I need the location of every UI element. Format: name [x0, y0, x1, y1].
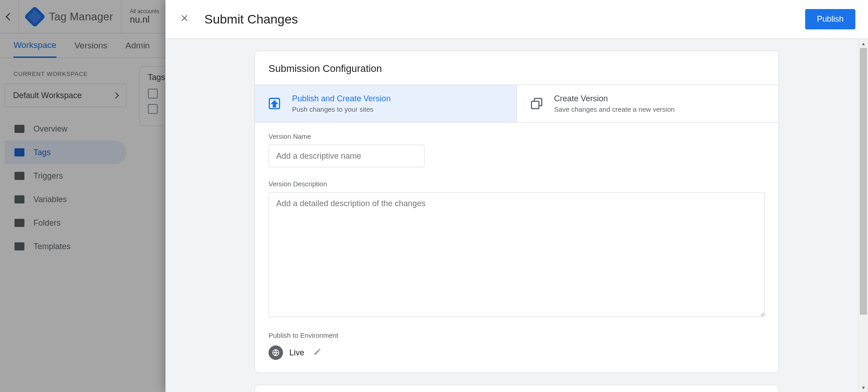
version-name-label: Version Name — [269, 132, 765, 140]
scroll-up-icon[interactable]: ▲ — [859, 39, 868, 48]
globe-icon — [269, 345, 283, 360]
option-subtitle: Push changes to your sites — [292, 105, 391, 113]
close-button[interactable] — [178, 13, 191, 26]
version-desc-label: Version Description — [269, 180, 765, 188]
close-icon — [179, 13, 189, 23]
copy-icon — [529, 97, 544, 110]
option-title: Create Version — [554, 94, 675, 104]
publish-button[interactable]: Publish — [805, 9, 855, 29]
version-desc-textarea[interactable] — [269, 192, 765, 317]
svg-rect-2 — [531, 101, 538, 109]
card-title: Submission Configuration — [255, 51, 778, 85]
modal-title: Submit Changes — [204, 12, 792, 27]
modal-header: Submit Changes Publish — [165, 0, 868, 39]
publish-icon — [267, 97, 282, 110]
option-title: Publish and Create Version — [292, 94, 391, 104]
scrollbar-thumb[interactable] — [860, 48, 867, 315]
option-create-version[interactable]: Create Version Save changes and create a… — [517, 85, 779, 122]
edit-environment-button[interactable] — [313, 348, 321, 358]
option-subtitle: Save changes and create a new version — [554, 105, 675, 113]
scroll-down-icon[interactable]: ▼ — [859, 383, 868, 392]
publish-env-label: Publish to Environment — [269, 331, 765, 339]
environment-name: Live — [289, 348, 304, 358]
card-title: Workspace Changes — [255, 385, 778, 392]
pencil-icon — [313, 348, 321, 356]
submit-changes-modal: Submit Changes Publish Submission Config… — [165, 0, 868, 392]
modal-body: Submission Configuration Publish and Cre… — [165, 39, 868, 392]
submission-options: Publish and Create Version Push changes … — [255, 85, 778, 123]
scrollbar[interactable]: ▲ ▼ — [859, 39, 868, 392]
option-publish-and-create[interactable]: Publish and Create Version Push changes … — [255, 85, 517, 122]
workspace-changes-card: Workspace Changes — [255, 385, 779, 392]
submission-config-card: Submission Configuration Publish and Cre… — [255, 51, 779, 373]
version-name-input[interactable] — [269, 145, 425, 167]
